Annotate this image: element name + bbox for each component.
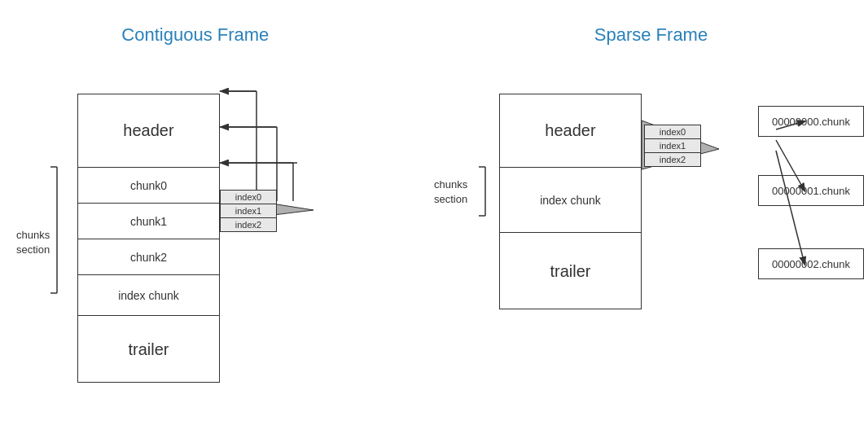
- cf-index-box-2: index2: [221, 218, 276, 231]
- sf-index-box-0: index0: [645, 125, 700, 139]
- sparse-diagram: Sparse Frame header index chunk trailer …: [434, 0, 868, 447]
- cf-chunk0-label: chunk0: [130, 179, 167, 192]
- sf-chunk-file-2: 00000002.chunk: [758, 248, 864, 279]
- sf-trailer-label: trailer: [550, 262, 590, 281]
- cf-index-chunk-label: index chunk: [118, 289, 179, 302]
- cf-index-boxes: index0 index1 index2: [220, 190, 277, 232]
- sf-chunk-file-1: 00000001.chunk: [758, 175, 864, 206]
- cf-chunk1-label: chunk1: [130, 215, 167, 228]
- cf-chunk2-label: chunk2: [130, 251, 167, 264]
- cf-trailer-block: trailer: [78, 316, 219, 383]
- cf-chunk0-block: chunk0: [78, 168, 219, 204]
- sparse-outer-box: header index chunk trailer: [499, 94, 642, 309]
- sf-index-chunk-label: index chunk: [540, 194, 601, 207]
- cf-chunk1-block: chunk1: [78, 204, 219, 239]
- cf-header-label: header: [123, 121, 173, 140]
- cf-index-box-1: index1: [221, 204, 276, 218]
- cf-header-block: header: [78, 94, 219, 168]
- contiguous-outer-box: header chunk0 chunk1 chunk2 index chunk …: [77, 94, 220, 383]
- contiguous-diagram: Contiguous Frame header chunk0 chunk1 ch…: [0, 0, 434, 447]
- sparse-title: Sparse Frame: [594, 24, 708, 46]
- sf-header-label: header: [545, 121, 595, 140]
- sf-trailer-block: trailer: [500, 233, 641, 310]
- sf-index-box-2: index2: [645, 153, 700, 166]
- cf-trailer-label: trailer: [128, 340, 169, 359]
- sf-header-block: header: [500, 94, 641, 168]
- sf-chunks-section-label: chunkssection: [434, 177, 467, 207]
- cf-chunks-section-label: chunkssection: [16, 228, 50, 257]
- contiguous-title: Contiguous Frame: [121, 24, 269, 46]
- sf-chunk-file-0: 00000000.chunk: [758, 106, 864, 137]
- cf-index-box-0: index0: [221, 191, 276, 204]
- sf-index-boxes: index0 index1 index2: [644, 125, 701, 167]
- cf-chunk2-block: chunk2: [78, 239, 219, 275]
- cf-index-chunk-block: index chunk: [78, 275, 219, 316]
- sf-index-chunk-block: index chunk: [500, 168, 641, 233]
- svg-line-21: [776, 151, 804, 264]
- sf-index-box-1: index1: [645, 139, 700, 153]
